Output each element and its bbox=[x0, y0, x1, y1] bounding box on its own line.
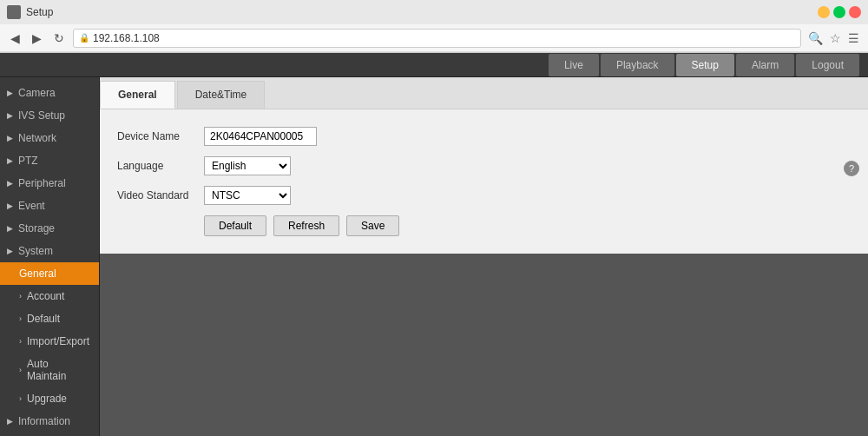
sidebar-item-upgrade[interactable]: › Upgrade bbox=[0, 387, 99, 410]
sidebar-item-account[interactable]: › Account bbox=[0, 285, 99, 307]
sidebar-item-storage[interactable]: ▶ Storage bbox=[0, 217, 99, 240]
sidebar-label-information: Information bbox=[18, 415, 70, 427]
tab-playback[interactable]: Playback bbox=[601, 54, 674, 76]
tab-setup[interactable]: Setup bbox=[676, 54, 734, 76]
address-bar[interactable]: 🔒 192.168.1.108 bbox=[73, 29, 801, 48]
forward-button[interactable]: ▶ bbox=[29, 30, 45, 47]
star-button[interactable]: ☆ bbox=[828, 30, 843, 47]
video-standard-select[interactable]: NTSC PAL bbox=[204, 186, 291, 205]
video-standard-label: Video Standard bbox=[117, 189, 204, 201]
tab-live[interactable]: Live bbox=[549, 54, 599, 76]
event-arrow: ▶ bbox=[7, 201, 13, 210]
sidebar-item-auto-maintain[interactable]: › Auto Maintain bbox=[0, 353, 99, 387]
address-icon: 🔒 bbox=[79, 33, 89, 43]
tab-alarm[interactable]: Alarm bbox=[736, 54, 794, 76]
language-row: Language English Chinese French Spanish bbox=[117, 156, 851, 175]
sidebar-item-ivs-setup[interactable]: ▶ IVS Setup bbox=[0, 104, 99, 127]
menu-button[interactable]: ☰ bbox=[846, 30, 861, 47]
sidebar-item-import-export[interactable]: › Import/Export bbox=[0, 330, 99, 353]
sidebar-item-ptz[interactable]: ▶ PTZ bbox=[0, 149, 99, 172]
sidebar-label-storage: Storage bbox=[18, 222, 55, 235]
storage-arrow: ▶ bbox=[7, 224, 13, 233]
tab-general-content[interactable]: General bbox=[100, 81, 175, 109]
sidebar-item-default[interactable]: › Default bbox=[0, 307, 99, 330]
system-arrow: ▶ bbox=[7, 247, 13, 255]
help-icon[interactable]: ? bbox=[844, 161, 859, 176]
page-icon bbox=[7, 5, 21, 19]
minimize-button[interactable] bbox=[818, 6, 830, 18]
content-area: General Date&Time Device Name Language bbox=[100, 77, 868, 254]
peripheral-arrow: ▶ bbox=[7, 179, 13, 188]
information-arrow: ▶ bbox=[7, 417, 13, 426]
refresh-button[interactable]: Refresh bbox=[273, 215, 339, 236]
sidebar-item-camera[interactable]: ▶ Camera bbox=[0, 82, 99, 104]
video-standard-row: Video Standard NTSC PAL bbox=[117, 186, 851, 205]
sidebar-label-peripheral: Peripheral bbox=[18, 177, 66, 189]
form-area: Device Name Language English Chinese Fre… bbox=[100, 109, 868, 254]
form-buttons: Default Refresh Save bbox=[204, 215, 851, 236]
ptz-arrow: ▶ bbox=[7, 156, 13, 165]
auto-maintain-arrow: › bbox=[19, 366, 22, 374]
import-export-arrow: › bbox=[19, 337, 22, 346]
top-nav: Live Playback Setup Alarm Logout bbox=[0, 53, 868, 77]
sidebar-label-network: Network bbox=[18, 132, 56, 144]
sidebar-label-ivs: IVS Setup bbox=[18, 109, 65, 122]
sidebar-label-ptz: PTZ bbox=[18, 155, 38, 167]
sidebar-label-system: System bbox=[18, 245, 53, 257]
sidebar-label-event: Event bbox=[18, 200, 45, 212]
sidebar-label-default: Default bbox=[27, 313, 60, 325]
sidebar: ▶ Camera ▶ IVS Setup ▶ Network ▶ PTZ ▶ P… bbox=[0, 77, 100, 436]
app-container: Live Playback Setup Alarm Logout ▶ Camer… bbox=[0, 53, 868, 436]
content-tabs: General Date&Time bbox=[100, 77, 868, 109]
account-arrow: › bbox=[19, 292, 22, 301]
sidebar-label-camera: Camera bbox=[18, 87, 56, 99]
nav-tabs: Live Playback Setup Alarm Logout bbox=[549, 54, 859, 76]
address-text: 192.168.1.108 bbox=[93, 32, 795, 44]
language-label: Language bbox=[117, 160, 204, 172]
tab-logout[interactable]: Logout bbox=[796, 54, 859, 76]
back-button[interactable]: ◀ bbox=[7, 30, 23, 47]
default-arrow: › bbox=[19, 314, 22, 323]
tab-date-time[interactable]: Date&Time bbox=[177, 81, 266, 109]
sidebar-item-system[interactable]: ▶ System bbox=[0, 240, 99, 262]
sidebar-item-peripheral[interactable]: ▶ Peripheral bbox=[0, 172, 99, 195]
zoom-button[interactable]: 🔍 bbox=[806, 30, 825, 47]
device-name-input[interactable] bbox=[204, 127, 317, 146]
save-button[interactable]: Save bbox=[346, 215, 399, 236]
maximize-button[interactable] bbox=[833, 6, 845, 18]
browser-titlebar: Setup bbox=[0, 0, 868, 24]
sidebar-item-event[interactable]: ▶ Event bbox=[0, 195, 99, 217]
default-button[interactable]: Default bbox=[204, 215, 266, 236]
device-name-label: Device Name bbox=[117, 130, 204, 142]
main-content: ▶ Camera ▶ IVS Setup ▶ Network ▶ PTZ ▶ P… bbox=[0, 77, 868, 436]
sidebar-label-general: General bbox=[19, 268, 56, 280]
ivs-arrow: ▶ bbox=[7, 111, 13, 120]
browser-toolbar: ◀ ▶ ↻ 🔒 192.168.1.108 🔍 ☆ ☰ bbox=[0, 24, 868, 52]
network-arrow: ▶ bbox=[7, 134, 13, 142]
browser-chrome: Setup ◀ ▶ ↻ 🔒 192.168.1.108 🔍 ☆ ☰ bbox=[0, 0, 868, 53]
browser-controls bbox=[818, 6, 861, 18]
reload-button[interactable]: ↻ bbox=[50, 30, 68, 47]
device-name-row: Device Name bbox=[117, 127, 851, 146]
sidebar-label-upgrade: Upgrade bbox=[27, 393, 67, 405]
toolbar-actions: 🔍 ☆ ☰ bbox=[806, 30, 861, 47]
browser-title: Setup bbox=[26, 6, 818, 18]
sidebar-item-network[interactable]: ▶ Network bbox=[0, 127, 99, 149]
sidebar-item-general[interactable]: General bbox=[0, 262, 99, 285]
sidebar-label-account: Account bbox=[27, 290, 64, 302]
close-button[interactable] bbox=[849, 6, 861, 18]
sidebar-item-information[interactable]: ▶ Information bbox=[0, 410, 99, 433]
language-select[interactable]: English Chinese French Spanish bbox=[204, 156, 291, 175]
upgrade-arrow: › bbox=[19, 394, 22, 403]
content-wrapper: General Date&Time Device Name Language bbox=[100, 77, 868, 436]
sidebar-label-import-export: Import/Export bbox=[27, 335, 89, 347]
camera-arrow: ▶ bbox=[7, 89, 13, 97]
sidebar-label-auto-maintain: Auto Maintain bbox=[27, 358, 90, 382]
